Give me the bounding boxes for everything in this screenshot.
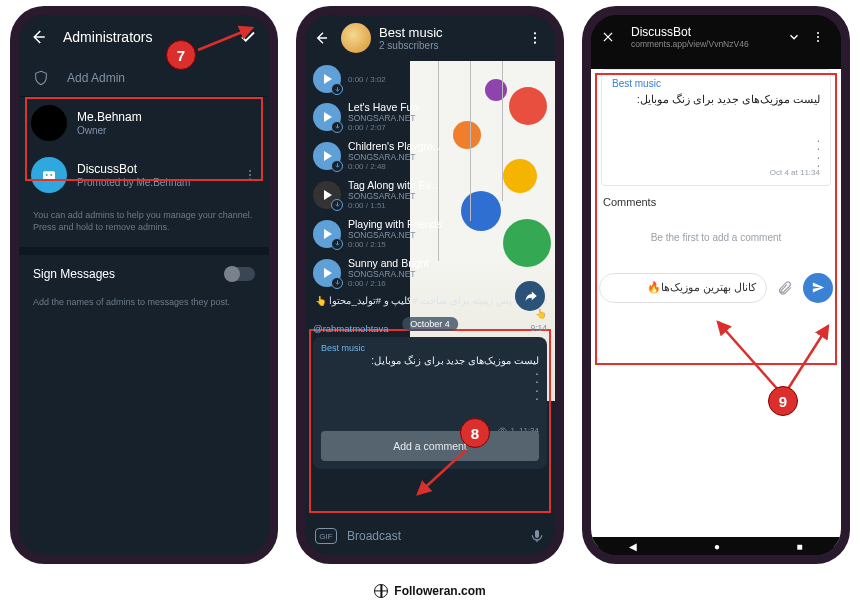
track-artist: SONGSARA.NET: [348, 230, 447, 240]
admin-name: DiscussBot: [77, 162, 243, 176]
download-badge-icon: [331, 121, 343, 133]
track-duration: 0:00 / 2:15: [348, 240, 447, 249]
play-icon[interactable]: [313, 103, 341, 131]
administrators-header: Administrators: [19, 15, 269, 59]
sign-messages-toggle[interactable]: [225, 267, 255, 281]
send-button[interactable]: [803, 273, 833, 303]
annotation-badge-9: 9: [768, 386, 798, 416]
play-icon[interactable]: [313, 220, 341, 248]
webview-header: DiscussBot comments.app/view/VvnNzV46: [591, 15, 841, 59]
post-message: لیست موزیک‌های جدید برای زنگ موبایل:: [612, 93, 820, 106]
more-vert-icon[interactable]: [811, 30, 831, 44]
svg-point-11: [817, 32, 819, 34]
gif-icon[interactable]: GIF: [315, 528, 337, 544]
svg-point-6: [534, 32, 536, 34]
comment-input[interactable]: کانال بهترین موزیک‌ها🔥: [599, 273, 767, 303]
track-duration: 0:00 / 3:02: [348, 75, 447, 84]
admins-help-text: You can add admins to help you manage yo…: [19, 201, 269, 255]
admin-sub: Owner: [77, 125, 257, 136]
admin-row-owner[interactable]: Me.Behnam Owner: [19, 97, 269, 149]
track-duration: 0:00 / 1:51: [348, 201, 447, 210]
audio-track[interactable]: Tag Along with Every... SONGSARA.NET 0:0…: [305, 175, 455, 214]
phone-channel: Best music 2 subscribers: [296, 6, 564, 564]
shield-icon: [33, 70, 53, 86]
confirm-check-icon[interactable]: [237, 28, 259, 46]
post-channel-title: Best music: [612, 78, 820, 89]
track-title: Playing with Friends: [348, 218, 447, 230]
nav-home-icon[interactable]: ●: [714, 541, 720, 552]
channel-body: 0:00 / 3:02 Let's Have Fun SONGSARA.NET …: [305, 61, 555, 517]
track-title: Sunny and Bright: [348, 257, 447, 269]
nav-recents-icon[interactable]: ■: [797, 541, 803, 552]
quoted-ellipsis: ....: [321, 366, 539, 400]
attach-icon[interactable]: [773, 280, 797, 296]
globe-icon: [374, 584, 388, 598]
add-admin-row[interactable]: Add Admin: [19, 59, 269, 97]
audio-track[interactable]: Sunny and Bright SONGSARA.NET 0:00 / 2:1…: [305, 253, 455, 292]
svg-point-4: [249, 174, 251, 176]
footer-site: Followeran.com: [394, 584, 485, 598]
sign-messages-row[interactable]: Sign Messages: [19, 255, 269, 293]
play-icon[interactable]: [313, 65, 341, 93]
audio-track[interactable]: Playing with Friends SONGSARA.NET 0:00 /…: [305, 214, 455, 253]
channel-header: Best music 2 subscribers: [305, 15, 555, 61]
sign-messages-label: Sign Messages: [33, 267, 115, 281]
download-badge-icon: [331, 238, 343, 250]
admin-sub: Promoted by Me.Behnam: [77, 177, 243, 188]
track-duration: 0:00 / 2:07: [348, 123, 447, 132]
quoted-message: لیست موزیک‌های جدید برای زنگ موبایل:: [321, 355, 539, 366]
play-icon[interactable]: [313, 181, 341, 209]
comment-input-row: کانال بهترین موزیک‌ها🔥: [591, 273, 841, 303]
post-preview-card: Best music لیست موزیک‌های جدید برای زنگ …: [601, 69, 831, 186]
comments-empty-text: Be the first to add a comment: [591, 212, 841, 273]
channel-sub: 2 subscribers: [379, 40, 527, 51]
sign-messages-help: Add the names of admins to messages they…: [19, 293, 269, 311]
post-date: Oct 4 at 11:34: [612, 168, 820, 177]
track-artist: SONGSARA.NET: [348, 191, 447, 201]
back-icon[interactable]: [29, 28, 51, 46]
more-vert-icon[interactable]: [527, 30, 547, 46]
close-icon[interactable]: [601, 30, 621, 44]
annotation-badge-8: 8: [460, 418, 490, 448]
mic-icon[interactable]: [529, 528, 545, 544]
channel-avatar[interactable]: [341, 23, 371, 53]
audio-track[interactable]: 0:00 / 3:02: [305, 61, 455, 97]
track-artist: SONGSARA.NET: [348, 152, 447, 162]
svg-point-5: [249, 178, 251, 180]
quoted-post-card[interactable]: Best music لیست موزیک‌های جدید برای زنگ …: [313, 337, 547, 469]
nav-back-icon[interactable]: ◀: [629, 541, 637, 552]
comments-heading: Comments: [591, 186, 841, 212]
page-footer: Followeran.com: [0, 584, 860, 598]
caption-mention[interactable]: @rahmatmohtava: [313, 323, 389, 336]
track-title: Tag Along with Every...: [348, 179, 447, 191]
svg-rect-0: [43, 171, 55, 180]
track-duration: 0:00 / 2:48: [348, 162, 447, 171]
svg-point-3: [249, 170, 251, 172]
download-badge-icon: [331, 160, 343, 172]
broadcast-input-bar[interactable]: GIF Broadcast: [305, 517, 555, 555]
admin-name: Me.Behnam: [77, 110, 257, 124]
track-title: Let's Have Fun: [348, 101, 447, 113]
svg-rect-10: [535, 530, 539, 538]
page-title: Administrators: [51, 29, 237, 45]
broadcast-placeholder: Broadcast: [347, 529, 401, 543]
share-button[interactable]: [515, 281, 545, 311]
audio-track[interactable]: Let's Have Fun SONGSARA.NET 0:00 / 2:07: [305, 97, 455, 136]
add-comment-button[interactable]: Add a comment: [321, 431, 539, 461]
play-icon[interactable]: [313, 259, 341, 287]
audio-track[interactable]: Children's Playground SONGSARA.NET 0:00 …: [305, 136, 455, 175]
svg-point-2: [50, 174, 52, 176]
channel-title: Best music: [379, 25, 527, 40]
back-icon[interactable]: [313, 30, 333, 46]
more-vert-icon[interactable]: [243, 168, 257, 182]
webview-url: comments.app/view/VvnNzV46: [631, 39, 783, 49]
play-icon[interactable]: [313, 142, 341, 170]
admin-row-bot[interactable]: DiscussBot Promoted by Me.Behnam: [19, 149, 269, 201]
avatar: [31, 157, 67, 193]
webview-body: Best music لیست موزیک‌های جدید برای زنگ …: [591, 69, 841, 547]
add-admin-label: Add Admin: [67, 71, 125, 85]
svg-point-1: [46, 174, 48, 176]
android-navbar: ◀ ● ■: [591, 537, 841, 555]
download-badge-icon: [331, 83, 343, 95]
chevron-down-icon[interactable]: [787, 30, 807, 44]
